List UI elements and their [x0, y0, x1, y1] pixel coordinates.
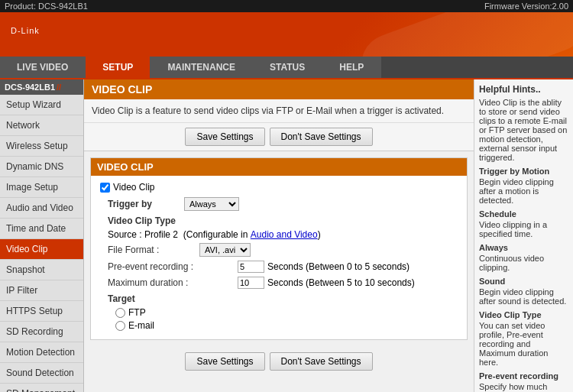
pre-event-row: Pre-event recording : Seconds (Between 0… [100, 261, 458, 273]
help-clip-type-text: You can set video profile, Pre-event rec… [479, 321, 568, 367]
max-duration-label: Maximum duration : [108, 277, 238, 288]
sidebar: DCS-942LB1 // Setup Wizard Network Wirel… [0, 79, 84, 392]
help-schedule-text: Video clipping in a specified time. [479, 220, 568, 238]
ftp-label: FTP [128, 307, 146, 318]
sidebar-item-snapshot[interactable]: Snapshot [0, 260, 83, 280]
save-settings-bottom[interactable]: Save Settings [185, 352, 264, 371]
email-radio[interactable] [115, 321, 125, 331]
sidebar-model: DCS-942LB1 // [0, 79, 83, 95]
tab-maintenance[interactable]: MAINTENANCE [151, 57, 253, 78]
ftp-radio-row: FTP [100, 307, 458, 318]
video-clip-checkbox-row: Video Clip [100, 182, 458, 193]
dlink-logo: D-Link [11, 22, 40, 47]
bottom-button-row: Save Settings Don't Save Settings [84, 346, 474, 377]
help-schedule-title: Schedule [479, 209, 568, 219]
file-format-label: File Format : [108, 245, 199, 255]
sidebar-item-wireless-setup[interactable]: Wireless Setup [0, 136, 83, 157]
section-description: Video Clip is a feature to send video cl… [84, 99, 474, 123]
sidebar-item-sd-recording[interactable]: SD Recording [0, 322, 83, 342]
videoclip-body: Video Clip Trigger by Always Schedule Mo… [91, 176, 467, 339]
dont-save-settings-top[interactable]: Don't Save Settings [270, 128, 373, 146]
page-section-header: VIDEO CLIP [84, 79, 474, 99]
pre-event-suffix: Seconds (Between 0 to 5 seconds) [267, 261, 410, 272]
sidebar-item-sound-detection[interactable]: Sound Detection [0, 363, 83, 384]
help-body: Video Clip is the ablity to store or sen… [479, 98, 568, 162]
configurable-text: (Configurable in [183, 229, 251, 240]
max-duration-row: Maximum duration : Seconds (Between 5 to… [100, 277, 458, 289]
file-format-select[interactable]: AVI, .avi [199, 243, 251, 257]
sidebar-item-dynamic-dns[interactable]: Dynamic DNS [0, 157, 83, 177]
help-title: Helpful Hints.. [479, 84, 568, 95]
content-area: VIDEO CLIP Video Clip is a feature to se… [84, 79, 474, 392]
help-trigger-motion-text: Begin video clipping after a motion is d… [479, 177, 568, 205]
ftp-radio[interactable] [115, 308, 125, 318]
help-clip-type-title: Video Clip Type [479, 310, 568, 319]
pre-event-input[interactable] [238, 261, 264, 273]
tab-setup[interactable]: SETUP [86, 57, 151, 78]
audio-video-link[interactable]: Audio and Video [251, 229, 318, 240]
help-sound-text: Begin video clipping after sound is dete… [479, 287, 568, 306]
max-duration-input[interactable] [238, 277, 264, 289]
help-pre-event-text: Specify how much seconds of video will b… [479, 382, 568, 392]
sidebar-item-https-setup[interactable]: HTTPS Setup [0, 301, 83, 322]
sidebar-item-audio-and-video[interactable]: Audio and Video [0, 198, 83, 219]
main-layout: DCS-942LB1 // Setup Wizard Network Wirel… [0, 79, 573, 392]
sidebar-item-time-and-date[interactable]: Time and Date [0, 219, 83, 239]
trigger-label: Trigger by [108, 199, 184, 209]
max-duration-suffix: Seconds (Between 5 to 10 seconds) [267, 277, 415, 288]
video-clip-checkbox[interactable] [100, 183, 110, 193]
logo-text: D-Link [11, 26, 40, 35]
dont-save-settings-bottom[interactable]: Don't Save Settings [270, 352, 373, 371]
tab-live-video[interactable]: LIVE VIDEO [0, 57, 86, 78]
source-text: Source : Profile 2 [108, 229, 183, 240]
tab-status[interactable]: STATUS [253, 57, 322, 78]
email-label: E-mail [128, 320, 154, 331]
top-button-row: Save Settings Don't Save Settings [84, 123, 474, 151]
help-sound-title: Sound [479, 277, 568, 286]
trigger-select[interactable]: Always Schedule Motion Sound [184, 197, 239, 211]
save-settings-top[interactable]: Save Settings [185, 128, 264, 146]
pre-event-label: Pre-event recording : [108, 261, 238, 272]
nav-tabs: LIVE VIDEO SETUP MAINTENANCE STATUS HELP [0, 57, 573, 79]
firmware-label: Firmware Version:2.00 [484, 2, 568, 11]
help-always-text: Continuous video clipping. [479, 254, 568, 272]
videoclip-section-header: VIDEO CLIP [91, 158, 467, 176]
close-paren: ) [318, 229, 321, 240]
sidebar-item-motion-detection[interactable]: Motion Detection [0, 342, 83, 363]
help-sidebar: Helpful Hints.. Video Clip is the ablity… [474, 79, 573, 392]
sidebar-item-network[interactable]: Network [0, 115, 83, 136]
video-clip-checkbox-label: Video Clip [113, 182, 154, 193]
sidebar-item-setup-wizard[interactable]: Setup Wizard [0, 95, 83, 115]
help-trigger-motion-title: Trigger by Motion [479, 167, 568, 176]
sidebar-item-ip-filter[interactable]: IP Filter [0, 280, 83, 301]
model-label: DCS-942LB1 [5, 83, 55, 92]
email-radio-row: E-mail [100, 320, 458, 331]
source-row: Source : Profile 2 (Configurable in Audi… [100, 229, 458, 240]
header: D-Link [0, 12, 573, 57]
target-label: Target [108, 293, 458, 304]
top-bar: Product: DCS-942LB1 Firmware Version:2.0… [0, 0, 573, 12]
target-section: Target FTP E-mail [100, 293, 458, 331]
sidebar-slashes: // [57, 83, 61, 92]
tab-help[interactable]: HELP [322, 57, 381, 78]
sidebar-item-image-setup[interactable]: Image Setup [0, 177, 83, 198]
trigger-row: Trigger by Always Schedule Motion Sound [100, 197, 458, 211]
sidebar-item-sd-management[interactable]: SD Management [0, 384, 83, 392]
file-format-row: File Format : AVI, .avi [100, 243, 458, 257]
videoclip-section: VIDEO CLIP Video Clip Trigger by Always … [90, 157, 468, 340]
clip-type-title: Video Clip Type [108, 215, 458, 226]
help-always-title: Always [479, 243, 568, 252]
help-pre-event-title: Pre-event recording [479, 371, 568, 381]
product-label: Product: DCS-942LB1 [5, 2, 88, 11]
sidebar-item-video-clip[interactable]: Video Clip [0, 239, 83, 260]
